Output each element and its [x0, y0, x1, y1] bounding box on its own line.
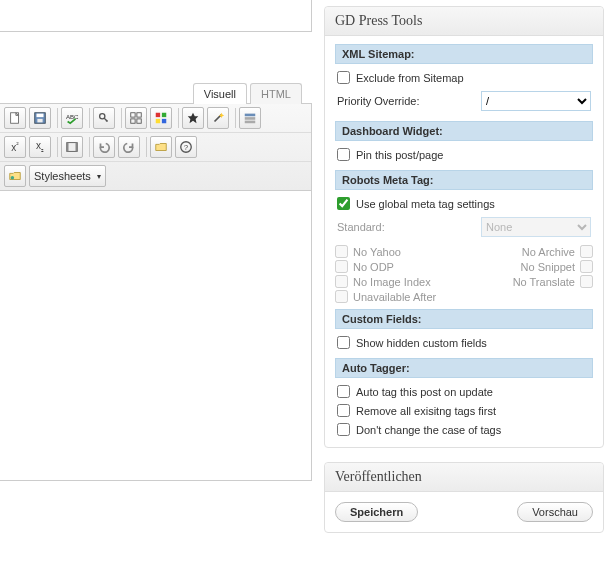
stylesheets-dropdown[interactable]: Stylesheets ▾: [29, 165, 106, 187]
unavailable-label: Unavailable After: [353, 291, 436, 303]
exclude-sitemap-label: Exclude from Sitemap: [356, 72, 464, 84]
svg-rect-3: [37, 119, 42, 123]
pin-post-checkbox[interactable]: [337, 148, 350, 161]
robots-grid: No Yahoo No Archive No ODP No Snippet No…: [335, 245, 593, 303]
section-auto-tagger: Auto Tagger:: [335, 358, 593, 378]
new-icon[interactable]: [4, 107, 26, 129]
no-odp-checkbox: [335, 260, 348, 273]
redo-icon[interactable]: [118, 136, 140, 158]
svg-rect-13: [162, 113, 166, 117]
remove-existing-checkbox[interactable]: [337, 404, 350, 417]
no-archive-checkbox: [580, 245, 593, 258]
save-icon[interactable]: [29, 107, 51, 129]
editor-area: Visuell HTML ABC x² x₂: [0, 0, 312, 481]
caret-icon: ▾: [97, 172, 101, 181]
svg-point-7: [106, 120, 108, 122]
preview-button[interactable]: Vorschau: [517, 502, 593, 522]
auto-tag-row[interactable]: Auto tag this post on update: [335, 382, 593, 401]
dont-change-case-checkbox[interactable]: [337, 423, 350, 436]
tab-html[interactable]: HTML: [250, 83, 302, 104]
color-icon[interactable]: [150, 107, 172, 129]
folder-icon[interactable]: [150, 136, 172, 158]
no-snippet-checkbox: [580, 260, 593, 273]
section-robots: Robots Meta Tag:: [335, 170, 593, 190]
help-icon[interactable]: ?: [175, 136, 197, 158]
no-snippet-label: No Snippet: [521, 261, 575, 273]
use-global-label: Use global meta tag settings: [356, 198, 495, 210]
wand-icon[interactable]: [207, 107, 229, 129]
undo-icon[interactable]: [93, 136, 115, 158]
no-yahoo-label: No Yahoo: [353, 246, 401, 258]
svg-rect-21: [67, 143, 69, 152]
svg-point-25: [11, 176, 15, 180]
meta-column: GD Press Tools XML Sitemap: Exclude from…: [324, 6, 604, 547]
no-yahoo-checkbox: [335, 245, 348, 258]
svg-rect-11: [137, 119, 141, 123]
svg-rect-14: [156, 119, 160, 123]
svg-rect-22: [76, 143, 78, 152]
section-dashboard: Dashboard Widget:: [335, 121, 593, 141]
svg-rect-9: [137, 113, 141, 117]
no-archive-label: No Archive: [522, 246, 575, 258]
show-hidden-label: Show hidden custom fields: [356, 337, 487, 349]
priority-select[interactable]: /: [481, 91, 591, 111]
gd-press-tools-box: GD Press Tools XML Sitemap: Exclude from…: [324, 6, 604, 448]
title-input-area[interactable]: [0, 0, 312, 32]
standard-select: None: [481, 217, 591, 237]
no-odp-label: No ODP: [353, 261, 394, 273]
unavailable-checkbox: [335, 290, 348, 303]
publish-box: Veröffentlichen Speichern Vorschau: [324, 462, 604, 533]
gd-press-title: GD Press Tools: [325, 7, 603, 36]
auto-tag-checkbox[interactable]: [337, 385, 350, 398]
star-icon[interactable]: [182, 107, 204, 129]
svg-rect-12: [156, 113, 160, 117]
exclude-sitemap-row[interactable]: Exclude from Sitemap: [335, 68, 593, 87]
dont-change-case-row[interactable]: Don't change the case of tags: [335, 420, 593, 439]
priority-row: Priority Override: /: [335, 87, 593, 115]
stylesheets-label: Stylesheets: [34, 170, 91, 182]
svg-rect-10: [131, 119, 135, 123]
remove-existing-row[interactable]: Remove all exisitng tags first: [335, 401, 593, 420]
superscript-icon[interactable]: x²: [4, 136, 26, 158]
no-image-label: No Image Index: [353, 276, 431, 288]
fullscreen-icon[interactable]: [125, 107, 147, 129]
use-global-row[interactable]: Use global meta tag settings: [335, 194, 593, 213]
standard-row: Standard: None: [335, 213, 593, 241]
svg-text:ABC: ABC: [66, 113, 79, 120]
section-xml-sitemap: XML Sitemap:: [335, 44, 593, 64]
show-hidden-checkbox[interactable]: [337, 336, 350, 349]
svg-rect-2: [37, 114, 44, 118]
no-translate-label: No Translate: [513, 276, 575, 288]
exclude-sitemap-checkbox[interactable]: [337, 71, 350, 84]
save-button[interactable]: Speichern: [335, 502, 418, 522]
editor-tabs: Visuell HTML: [0, 82, 312, 103]
css-icon[interactable]: [4, 165, 26, 187]
subscript-icon[interactable]: x₂: [29, 136, 51, 158]
editor-toolbar: ABC x² x₂ ? Stylesh: [0, 103, 312, 191]
remove-existing-label: Remove all exisitng tags first: [356, 405, 496, 417]
publish-title: Veröffentlichen: [325, 463, 603, 492]
priority-label: Priority Override:: [337, 95, 420, 107]
spellcheck-icon[interactable]: ABC: [61, 107, 83, 129]
use-global-checkbox[interactable]: [337, 197, 350, 210]
find-icon[interactable]: [93, 107, 115, 129]
show-hidden-row[interactable]: Show hidden custom fields: [335, 333, 593, 352]
svg-rect-18: [245, 117, 256, 120]
tab-visual[interactable]: Visuell: [193, 83, 247, 104]
dont-change-case-label: Don't change the case of tags: [356, 424, 501, 436]
svg-rect-19: [245, 121, 256, 124]
section-custom-fields: Custom Fields:: [335, 309, 593, 329]
no-image-checkbox: [335, 275, 348, 288]
no-translate-checkbox: [580, 275, 593, 288]
media-icon[interactable]: [61, 136, 83, 158]
standard-label: Standard:: [337, 221, 385, 233]
kitchensink-icon[interactable]: [239, 107, 261, 129]
auto-tag-label: Auto tag this post on update: [356, 386, 493, 398]
svg-rect-8: [131, 113, 135, 117]
svg-text:?: ?: [184, 143, 189, 152]
pin-post-row[interactable]: Pin this post/page: [335, 145, 593, 164]
svg-rect-17: [245, 114, 256, 117]
editor-content[interactable]: [0, 191, 312, 481]
pin-post-label: Pin this post/page: [356, 149, 443, 161]
svg-rect-15: [162, 119, 166, 123]
